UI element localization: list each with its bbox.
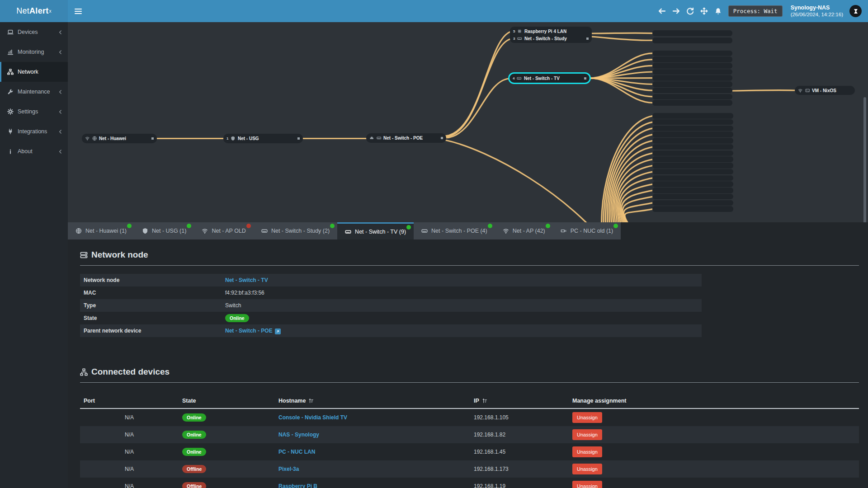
hostname-link[interactable]: Pixel-3a bbox=[278, 466, 299, 472]
wifi-icon bbox=[798, 88, 803, 93]
leaf-device[interactable] bbox=[652, 75, 732, 81]
table-row: N/AOnlinePC - NUC LAN192.168.1.45Unassig… bbox=[80, 443, 859, 460]
topology-node-vm[interactable]: VM - NixOS bbox=[795, 86, 855, 95]
plug-icon bbox=[7, 128, 14, 135]
sort-icon[interactable] bbox=[308, 398, 314, 404]
sidebar-nav: DevicesMonitoringNetworkMaintenanceSetti… bbox=[0, 22, 68, 488]
sidebar-item-settings[interactable]: Settings bbox=[0, 102, 68, 122]
leaf-device[interactable] bbox=[652, 81, 732, 87]
leaf-device[interactable] bbox=[652, 194, 733, 199]
topology-node-huawei[interactable]: Net - Huawei bbox=[82, 134, 157, 143]
port-handle[interactable] bbox=[297, 137, 300, 140]
sort-icon[interactable] bbox=[482, 398, 487, 404]
port-handle[interactable] bbox=[441, 137, 443, 139]
topology-node-pi4[interactable]: 5Raspberry Pi 4 LAN bbox=[513, 28, 589, 35]
leaf-device[interactable] bbox=[652, 200, 733, 206]
leaf-device[interactable] bbox=[652, 144, 733, 150]
hostname-link[interactable]: NAS - Synology bbox=[278, 432, 319, 438]
leaf-device[interactable] bbox=[652, 181, 733, 187]
sidebar-item-about[interactable]: About bbox=[0, 141, 68, 161]
topology-node-usg[interactable]: 1Net - USG bbox=[223, 134, 303, 143]
unassign-button[interactable]: Unassign bbox=[572, 412, 602, 423]
notifications-bell-icon[interactable] bbox=[714, 7, 722, 15]
tab-net-switch-poe-4-[interactable]: Net - Switch - POE (4) bbox=[414, 222, 495, 239]
leaf-device[interactable] bbox=[652, 119, 733, 125]
vm-icon bbox=[805, 88, 810, 93]
node-label: Net - Switch - POE bbox=[383, 136, 423, 141]
pi-icon bbox=[517, 29, 522, 34]
leaf-device[interactable] bbox=[652, 206, 733, 211]
cell-hostname: Console - Nvidia Shield TV bbox=[275, 414, 470, 421]
app-logo[interactable]: NetAlertx bbox=[0, 0, 68, 22]
leaf-device[interactable] bbox=[652, 138, 733, 143]
unassign-button[interactable]: Unassign bbox=[572, 481, 602, 488]
cell-port: N/A bbox=[80, 449, 179, 455]
leaf-device[interactable] bbox=[652, 56, 732, 62]
leaf-device[interactable] bbox=[652, 51, 732, 56]
refresh-icon[interactable] bbox=[686, 7, 694, 15]
column-header-state: State bbox=[179, 398, 275, 404]
topology-node-tv[interactable]: 4Net - Switch - TV bbox=[508, 72, 591, 84]
tab-net-ap-42-[interactable]: Net - AP (42) bbox=[495, 222, 553, 239]
move-pan-icon[interactable] bbox=[700, 7, 708, 15]
sidebar-toggle-button[interactable] bbox=[68, 0, 89, 22]
unassign-button[interactable]: Unassign bbox=[572, 429, 602, 440]
status-dot-green bbox=[187, 224, 191, 228]
leaf-device[interactable] bbox=[652, 169, 733, 174]
topology-node-group-study[interactable]: 5Raspberry Pi 4 LAN3Net - Switch - Study bbox=[510, 27, 592, 43]
sidebar-item-monitoring[interactable]: Monitoring bbox=[0, 42, 68, 62]
leaf-device[interactable] bbox=[652, 156, 733, 162]
leaf-device[interactable] bbox=[652, 30, 732, 36]
node-label: Net - Huawei bbox=[99, 136, 126, 141]
process-status-badge[interactable]: Process: Wait bbox=[728, 5, 783, 17]
parent-node-link[interactable]: Net - Switch - POE bbox=[225, 328, 273, 334]
topology-node-study[interactable]: 3Net - Switch - Study bbox=[513, 35, 589, 42]
leaf-device[interactable] bbox=[652, 163, 733, 168]
tab-label: Net - Switch - POE (4) bbox=[431, 228, 487, 234]
leaf-device[interactable] bbox=[652, 69, 732, 75]
tab-pc-nuc-old-1-[interactable]: PC - NUC old (1) bbox=[553, 222, 621, 239]
leaf-device[interactable] bbox=[652, 131, 733, 137]
tab-net-switch-tv-9-[interactable]: Net - Switch - TV (9) bbox=[337, 222, 414, 239]
tab-net-ap-old[interactable]: Net - AP OLD bbox=[194, 222, 254, 239]
leaf-device[interactable] bbox=[652, 126, 733, 131]
tab-net-usg-1-[interactable]: Net - USG (1) bbox=[134, 222, 194, 239]
column-header-ip[interactable]: IP bbox=[470, 398, 569, 404]
hostname-link[interactable]: Console - Nvidia Shield TV bbox=[278, 414, 347, 421]
status-dot-red bbox=[246, 224, 251, 228]
hostname-link[interactable]: Raspberry Pi B bbox=[278, 483, 317, 488]
leaf-device[interactable] bbox=[652, 175, 733, 181]
sidebar-item-maintenance[interactable]: Maintenance bbox=[0, 82, 68, 102]
refresh-icon bbox=[686, 7, 694, 15]
column-header-hostname[interactable]: Hostname bbox=[275, 398, 470, 404]
leaf-device[interactable] bbox=[652, 63, 732, 69]
unassign-button[interactable]: Unassign bbox=[572, 464, 602, 474]
port-handle[interactable] bbox=[151, 137, 154, 140]
sidebar-item-network[interactable]: Network bbox=[0, 62, 68, 82]
leaf-device[interactable] bbox=[652, 188, 733, 193]
leaf-device[interactable] bbox=[652, 38, 732, 43]
tab-net-huawei-1-[interactable]: Net - Huawei (1) bbox=[68, 222, 134, 239]
leaf-device[interactable] bbox=[652, 100, 732, 106]
leaf-device[interactable] bbox=[652, 94, 732, 100]
tab-net-switch-study-2-[interactable]: Net - Switch - Study (2) bbox=[254, 222, 337, 239]
port-handle[interactable] bbox=[586, 38, 589, 40]
diagram-scrollbar-thumb[interactable] bbox=[863, 97, 866, 222]
leaf-device[interactable] bbox=[652, 113, 733, 118]
sidebar-item-integrations[interactable]: Integrations bbox=[0, 122, 68, 141]
hostname-link[interactable]: PC - NUC LAN bbox=[278, 449, 315, 455]
detail-label: Parent network device bbox=[84, 328, 225, 334]
node-label: Net - Switch - Study bbox=[524, 36, 567, 41]
user-avatar[interactable] bbox=[849, 5, 862, 17]
node-link[interactable]: Net - Switch - TV bbox=[225, 277, 268, 283]
network-topology-diagram[interactable]: Net - Huawei1Net - USGNet - Switch - POE… bbox=[68, 22, 868, 222]
unassign-button[interactable]: Unassign bbox=[572, 446, 602, 457]
topology-node-poe[interactable]: Net - Switch - POE bbox=[366, 133, 446, 143]
leaf-device[interactable] bbox=[652, 150, 733, 156]
forward-arrow-icon[interactable] bbox=[672, 7, 680, 15]
sidebar-item-devices[interactable]: Devices bbox=[0, 22, 68, 42]
leaf-device[interactable] bbox=[652, 88, 732, 94]
port-handle[interactable] bbox=[584, 77, 586, 80]
external-link-icon[interactable] bbox=[275, 328, 281, 334]
back-arrow-icon[interactable] bbox=[658, 7, 666, 15]
